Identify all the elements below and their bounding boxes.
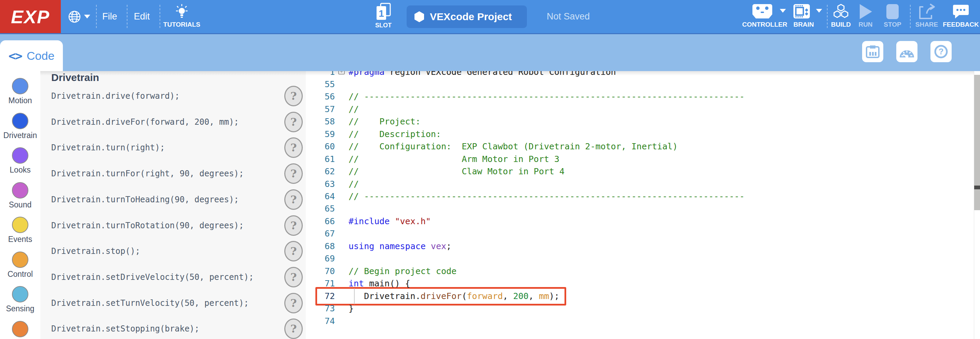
sidebar-item-variables[interactable]: Variables: [0, 321, 40, 339]
slot-selector[interactable]: 1 SLOT: [372, 0, 395, 33]
project-name-button[interactable]: VEXcode Project: [407, 5, 527, 28]
category-dot[interactable]: [12, 286, 29, 302]
category-dot[interactable]: [12, 78, 29, 94]
code-line-text: //: [348, 178, 359, 190]
speech-bubble-icon: [952, 3, 969, 20]
code-line-58[interactable]: 58// Project:: [306, 115, 974, 128]
code-line-63[interactable]: 63//: [306, 178, 974, 190]
command-help-button[interactable]: ?: [284, 112, 303, 132]
code-line-73[interactable]: 73}: [306, 302, 974, 315]
category-dot[interactable]: [12, 113, 29, 129]
feedback-button[interactable]: FEEDBACK: [944, 0, 978, 33]
code-line-59[interactable]: 59// Description:: [306, 128, 974, 140]
command-help-button[interactable]: ?: [284, 137, 303, 158]
command-snippet[interactable]: Drivetrain.setDriveVelocity(50, percent)…: [51, 272, 253, 282]
code-line-55[interactable]: 55: [306, 78, 974, 91]
run-button[interactable]: RUN: [854, 0, 877, 33]
fold-marker-icon[interactable]: +: [338, 71, 345, 75]
code-line-61[interactable]: 61// Arm Motor in Port 3: [306, 153, 974, 166]
command-help-button[interactable]: ?: [284, 86, 303, 106]
project-name: VEXcode Project: [430, 11, 512, 22]
build-button[interactable]: BUILD: [829, 0, 853, 33]
command-help-button[interactable]: ?: [284, 189, 303, 210]
command-snippet[interactable]: Drivetrain.setStopping(brake);: [51, 324, 199, 334]
code-line-66[interactable]: 66#include "vex.h": [306, 215, 974, 228]
command-help-button[interactable]: ?: [284, 163, 303, 184]
code-line-60[interactable]: 60// Configuration: EXP Clawbot (Drivetr…: [306, 140, 974, 153]
command-snippet[interactable]: Drivetrain.turn(right);: [51, 143, 165, 153]
help-button[interactable]: ?: [931, 41, 951, 62]
command-help-button[interactable]: ?: [284, 241, 303, 261]
controller-button[interactable]: CONTROLLER: [744, 0, 785, 33]
code-line-text: // Description:: [348, 128, 441, 140]
command-snippet[interactable]: Drivetrain.stop();: [51, 247, 140, 256]
menu-file[interactable]: File: [99, 0, 121, 33]
sidebar-item-motion[interactable]: Motion: [0, 78, 40, 105]
build-cubes-icon: [832, 3, 850, 20]
stop-button[interactable]: STOP: [880, 0, 905, 33]
code-line-57[interactable]: 57//: [306, 103, 974, 116]
command-snippet[interactable]: Drivetrain.drive(forward);: [51, 91, 180, 101]
code-line-text: // Project:: [348, 115, 421, 128]
lightbulb-icon: [174, 3, 189, 19]
sidebar-item-sound[interactable]: Sound: [0, 182, 40, 210]
code-line-56[interactable]: 56// -----------------------------------…: [306, 90, 974, 103]
command-snippet[interactable]: Drivetrain.turnToRotation(90, degrees);: [51, 221, 244, 230]
code-line-72[interactable]: 72 Drivetrain.driveFor(forward, 200, mm)…: [306, 290, 974, 302]
category-dot[interactable]: [12, 216, 29, 233]
line-number: 73: [306, 302, 335, 315]
code-line-68[interactable]: 68using namespace vex;: [306, 240, 974, 253]
toolbar-divider: [827, 5, 827, 28]
command-row: Drivetrain.stop();?: [40, 240, 306, 262]
category-dot[interactable]: [12, 321, 29, 337]
brain-icon: [793, 3, 810, 19]
code-line-71[interactable]: 71int main() {: [306, 277, 974, 290]
command-snippet[interactable]: Drivetrain.driveFor(forward, 200, mm);: [51, 117, 239, 127]
line-number: 63: [306, 178, 335, 190]
editor-scrollbar[interactable]: [974, 75, 980, 210]
command-help-button[interactable]: ?: [284, 267, 303, 287]
command-help-button[interactable]: ?: [284, 293, 303, 314]
line-number: 68: [306, 240, 335, 253]
command-snippet[interactable]: Drivetrain.turnFor(right, 90, degrees);: [51, 169, 244, 178]
code-line-62[interactable]: 62// Claw Motor in Port 4: [306, 165, 974, 178]
device-monitor-button[interactable]: [862, 41, 883, 62]
editor-scrollbar-marker[interactable]: [974, 186, 980, 189]
tutorials-button[interactable]: TUTORIALS: [162, 0, 202, 33]
command-help-button[interactable]: ?: [284, 215, 303, 236]
sidebar-item-control[interactable]: Control: [0, 251, 40, 279]
toolbar-divider: [159, 5, 160, 28]
chevron-down-icon: [84, 15, 90, 19]
code-line-1[interactable]: 1+#pragma region VEXcode Generated Robot…: [306, 71, 974, 78]
controller-icon: [752, 3, 773, 19]
tab-code[interactable]: <> Code: [0, 40, 63, 71]
code-line-67[interactable]: 67: [306, 227, 974, 240]
code-line-65[interactable]: 65: [306, 202, 974, 215]
help-icon: ?: [934, 45, 948, 59]
code-line-text: #pragma region VEXcode Generated Robot C…: [348, 71, 616, 78]
code-editor[interactable]: 1+#pragma region VEXcode Generated Robot…: [306, 71, 974, 339]
code-line-69[interactable]: 69: [306, 252, 974, 265]
sidebar-item-sensing[interactable]: Sensing: [0, 286, 40, 314]
sidebar-item-looks[interactable]: Looks: [0, 147, 40, 175]
menu-edit[interactable]: Edit: [130, 0, 154, 33]
brain-button[interactable]: BRAIN: [788, 0, 819, 33]
hexagon-icon: [414, 11, 425, 22]
code-line-text: int main() {: [348, 277, 410, 290]
share-button[interactable]: SHARE: [913, 0, 940, 33]
category-label: Events: [0, 235, 40, 244]
code-line-text: #include "vex.h": [348, 215, 431, 228]
command-snippet[interactable]: Drivetrain.setTurnVelocity(50, percent);: [51, 298, 249, 308]
code-line-70[interactable]: 70// Begin project code: [306, 265, 974, 277]
sidebar-item-drivetrain[interactable]: Drivetrain: [0, 113, 40, 140]
command-snippet[interactable]: Drivetrain.turnToHeading(90, degrees);: [51, 195, 239, 204]
category-dot[interactable]: [12, 147, 29, 164]
code-line-74[interactable]: 74: [306, 315, 974, 327]
dashboard-button[interactable]: [896, 41, 918, 62]
command-help-button[interactable]: ?: [284, 318, 303, 339]
code-line-64[interactable]: 64// -----------------------------------…: [306, 190, 974, 203]
category-dot[interactable]: [12, 182, 29, 199]
category-dot[interactable]: [12, 251, 29, 268]
language-menu[interactable]: [64, 0, 94, 33]
sidebar-item-events[interactable]: Events: [0, 216, 40, 244]
